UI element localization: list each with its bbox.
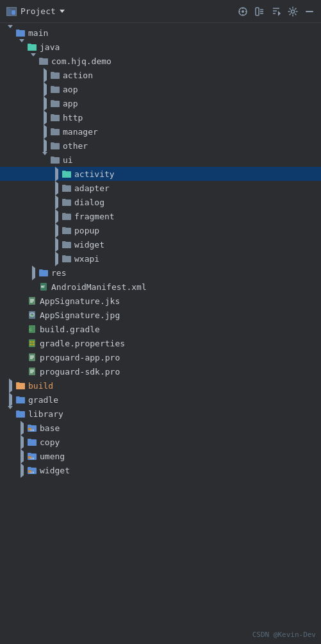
item-label: umeng: [40, 452, 65, 461]
file-icon: [27, 310, 37, 320]
svg-rect-9: [256, 8, 259, 15]
tree-item-AppSignature.jpg[interactable]: AppSignature.jpg: [0, 308, 321, 322]
folder-icon: [27, 437, 37, 447]
settings-icon[interactable]: [288, 6, 298, 17]
file-icon: MF: [38, 282, 49, 292]
tree-item-adapter[interactable]: adapter: [0, 181, 321, 195]
tree-item-build[interactable]: build: [0, 378, 321, 393]
folder-icon: [50, 112, 60, 123]
arrow-right-icon: [40, 98, 50, 108]
svg-point-32: [30, 344, 32, 346]
tree-item-proguard-sdk.pro[interactable]: proguard-sdk.pro: [0, 364, 321, 378]
svg-text:lib: lib: [29, 471, 35, 474]
arrow-right-icon: [51, 253, 62, 264]
attribution-text: CSDN @Kevin-Dev: [252, 631, 316, 639]
folder-icon: [50, 126, 60, 137]
tree-item-widget2[interactable]: lib widget: [0, 463, 321, 477]
tree-item-proguard-app.pro[interactable]: proguard-app.pro: [0, 350, 321, 364]
svg-point-30: [30, 341, 32, 343]
minimize-icon[interactable]: [304, 6, 315, 17]
tree-item-java[interactable]: java: [0, 40, 321, 54]
tree-item-ui[interactable]: ui: [0, 153, 321, 167]
tree-item-activity[interactable]: activity: [0, 167, 321, 181]
tree-item-base[interactable]: lib base: [0, 421, 321, 435]
svg-rect-2: [12, 10, 15, 15]
file-icon: [27, 366, 37, 377]
folder-icon: [27, 42, 37, 52]
item-label: widget: [40, 466, 70, 475]
project-tree: main java com.hjq.demo action aop: [0, 23, 321, 644]
tree-item-widget[interactable]: widget: [0, 237, 321, 251]
tree-item-aop[interactable]: aop: [0, 82, 321, 96]
svg-text:lib: lib: [29, 428, 35, 432]
folder-icon: [15, 380, 26, 391]
item-label: app: [63, 99, 78, 108]
svg-rect-29: [29, 339, 35, 347]
arrow-right-icon: [17, 465, 27, 475]
tree-item-manager[interactable]: manager: [0, 124, 321, 139]
tree-item-com.hjq.demo[interactable]: com.hjq.demo: [0, 54, 321, 68]
arrow-right-icon: [40, 140, 50, 151]
tree-item-other[interactable]: other: [0, 139, 321, 153]
item-label: ui: [63, 155, 73, 165]
tree-item-res[interactable]: res: [0, 266, 321, 280]
svg-text:G: G: [29, 327, 32, 332]
item-label: java: [40, 42, 60, 52]
folder-icon: [62, 225, 72, 235]
folder-icon: [15, 28, 26, 38]
arrow-right-icon: [17, 437, 27, 447]
item-label: action: [63, 71, 93, 80]
tree-item-fragment[interactable]: fragment: [0, 209, 321, 223]
dropdown-chevron-icon[interactable]: [60, 10, 65, 13]
tree-item-action[interactable]: action: [0, 68, 321, 82]
item-label: main: [28, 28, 48, 38]
item-label: http: [63, 113, 83, 123]
tree-item-AppSignature.jks[interactable]: AppSignature.jks: [0, 294, 321, 308]
folder-icon: [62, 211, 72, 221]
arrow-right-icon: [40, 84, 50, 94]
tree-item-app[interactable]: app: [0, 96, 321, 110]
arrow-down-icon: [40, 155, 50, 165]
scope-icon[interactable]: [238, 6, 248, 17]
svg-point-33: [33, 344, 35, 346]
tree-item-dialog[interactable]: dialog: [0, 195, 321, 209]
svg-point-17: [292, 10, 295, 13]
folder-icon: [15, 394, 26, 405]
item-label: popup: [74, 226, 99, 235]
tree-item-copy[interactable]: copy: [0, 435, 321, 449]
folder-icon: [38, 267, 49, 278]
tree-item-library[interactable]: library: [0, 407, 321, 421]
item-label: build.gradle: [40, 325, 100, 334]
tree-item-http[interactable]: http: [0, 110, 321, 124]
arrow-right-icon: [51, 197, 62, 207]
collapse-icon[interactable]: [254, 6, 265, 17]
item-label: com.hjq.demo: [51, 56, 111, 66]
tree-item-gradle[interactable]: gradle: [0, 393, 321, 407]
tree-item-umeng[interactable]: lib umeng: [0, 449, 321, 463]
arrow-right-icon: [28, 267, 38, 278]
arrow-right-icon: [5, 394, 15, 405]
item-label: AppSignature.jks: [40, 296, 120, 306]
tree-item-popup[interactable]: popup: [0, 223, 321, 237]
item-label: AppSignature.jpg: [40, 310, 120, 320]
tree-item-AndroidManifest.xml[interactable]: MF AndroidManifest.xml: [0, 280, 321, 294]
tree-item-build.gradle[interactable]: G build.gradle: [0, 322, 321, 336]
svg-point-31: [33, 341, 35, 343]
tree-item-gradle.properties[interactable]: gradle.properties: [0, 336, 321, 350]
expand-icon[interactable]: [271, 6, 281, 17]
toolbar: Project: [0, 0, 321, 23]
folder-icon: [62, 183, 72, 193]
item-label: adapter: [74, 183, 110, 193]
file-icon: G: [27, 324, 37, 334]
tree-item-wxapi[interactable]: wxapi: [0, 251, 321, 266]
svg-rect-0: [7, 9, 11, 15]
arrow-right-icon: [40, 70, 50, 80]
folder-lib-icon: lib: [27, 423, 37, 433]
svg-rect-1: [7, 8, 10, 10]
item-label: AndroidManifest.xml: [51, 282, 147, 292]
item-label: other: [63, 141, 88, 151]
file-icon: [27, 296, 37, 306]
tree-item-main[interactable]: main: [0, 26, 321, 40]
item-label: base: [40, 423, 60, 433]
svg-point-4: [242, 10, 244, 13]
